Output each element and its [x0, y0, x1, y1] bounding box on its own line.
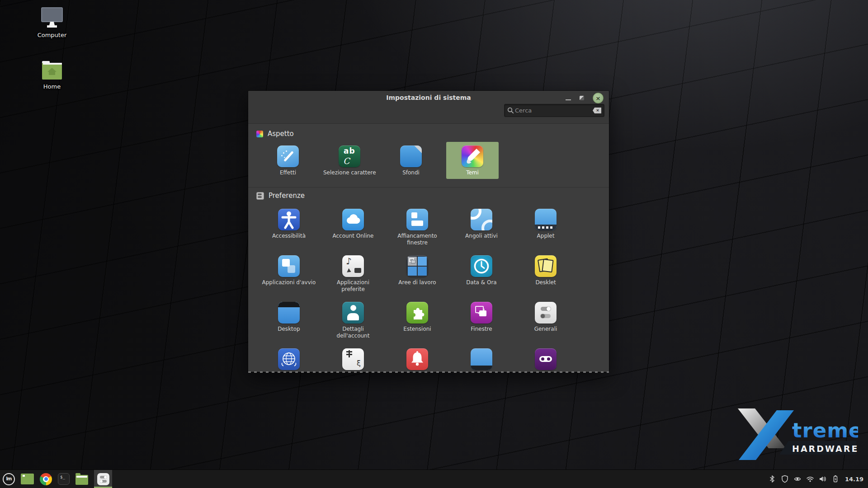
section-header-aspetto: Aspetto: [248, 128, 609, 139]
accessibility-icon: [278, 209, 300, 230]
settings-item-account-online[interactable]: Account Online: [326, 205, 380, 252]
shield-icon[interactable]: [781, 475, 789, 483]
menu-button[interactable]: lm: [3, 473, 15, 485]
un-globe-icon: [278, 348, 300, 370]
titlebar[interactable]: Impostazioni di sistema × ×: [248, 91, 609, 124]
settings-content: Aspetto Effetti ab C Selezione carattere…: [248, 124, 609, 377]
chrome-icon[interactable]: [40, 473, 52, 485]
user-bust-icon: [342, 302, 364, 324]
settings-item-dettagli-account[interactable]: Dettagli dell'account: [326, 298, 380, 345]
puzzle-piece-icon: [406, 302, 428, 324]
wallpaper-icon: [400, 145, 422, 167]
stacked-windows-icon: [471, 302, 492, 324]
startup-applications-icon: [278, 255, 300, 277]
computer-monitor-icon: [29, 6, 75, 30]
settings-item-desklet[interactable]: Desklet: [519, 252, 573, 298]
nvidia-icon[interactable]: [793, 475, 802, 483]
settings-item-affiancamento-finestre[interactable]: Affiancamento finestre: [390, 205, 444, 252]
desktop-icon-home[interactable]: Home: [29, 58, 75, 90]
settings-item-privacy[interactable]: [519, 345, 573, 377]
preferred-applications-icon: ♪: [342, 255, 364, 277]
close-button[interactable]: ×: [593, 93, 604, 103]
aspetto-items-row: Effetti ab C Selezione carattere Sfondi: [248, 142, 609, 179]
window-title: Impostazioni di sistema: [248, 94, 609, 101]
wifi-icon[interactable]: [806, 475, 814, 483]
mint-logo-icon: lm: [6, 477, 12, 481]
settings-item-effetti[interactable]: Effetti: [262, 142, 314, 179]
settings-item-accessibilita[interactable]: Accessibilità: [262, 205, 316, 252]
font-selection-icon: ab C: [339, 145, 360, 167]
section-title: Aspetto: [268, 130, 294, 138]
settings-item-screen[interactable]: [454, 345, 509, 377]
preferenze-items-grid: Accessibilità Account Online Affiancamen…: [248, 205, 609, 377]
maximize-button[interactable]: [580, 96, 584, 100]
settings-item-applicazioni-preferite[interactable]: ♪ Applicazioni preferite: [326, 252, 380, 298]
settings-item-desktop[interactable]: Desktop: [262, 298, 316, 345]
show-desktop-icon[interactable]: [21, 474, 34, 484]
desktop-screen-icon: [278, 302, 300, 324]
settings-item-angoli-attivi[interactable]: Angoli attivi: [454, 205, 509, 252]
xtreme-hardware-logo: treme HARDWARE: [735, 408, 858, 463]
search-icon: [507, 107, 514, 114]
screen-panel-icon: [471, 348, 492, 370]
desktop-icon-label: Computer: [29, 32, 75, 38]
settings-item-estensioni[interactable]: Estensioni: [390, 298, 444, 345]
bluetooth-icon[interactable]: [768, 475, 776, 483]
themes-paintbrush-icon: [462, 145, 483, 167]
settings-item-input-method[interactable]: ξ: [326, 345, 380, 377]
search-box[interactable]: ×: [504, 104, 604, 117]
preferences-section-icon: [256, 192, 264, 200]
terminal-icon[interactable]: $_: [58, 473, 70, 485]
hot-corners-icon: [471, 209, 492, 230]
privacy-mask-icon: [535, 348, 557, 370]
notification-bell-icon: [406, 348, 428, 370]
system-settings-taskbar-button[interactable]: [94, 470, 112, 488]
desktop-icon-computer[interactable]: Computer: [29, 6, 75, 38]
window-tiling-icon: [406, 209, 428, 230]
section-divider: [248, 187, 609, 188]
clock[interactable]: 14.19: [845, 476, 863, 483]
settings-item-finestre[interactable]: Finestre: [454, 298, 509, 345]
appearance-section-icon: [256, 131, 263, 137]
settings-item-languages[interactable]: [262, 345, 316, 377]
settings-toggles-icon: [97, 473, 109, 485]
input-method-icon: ξ: [342, 348, 364, 370]
workspaces-icon: [406, 255, 428, 277]
volume-icon[interactable]: [819, 475, 827, 483]
desktop: Computer Home: [0, 0, 868, 488]
home-folder-icon: [29, 58, 75, 81]
settings-item-applet[interactable]: Applet: [519, 205, 573, 252]
system-settings-window: Impostazioni di sistema × × Aspet: [248, 91, 609, 372]
magic-wand-icon: [277, 145, 299, 167]
file-manager-icon[interactable]: [75, 475, 88, 485]
settings-item-notifications[interactable]: [390, 345, 444, 377]
clear-search-icon[interactable]: ×: [593, 108, 601, 113]
desktop-icon-label: Home: [29, 83, 75, 90]
taskbar: lm $_: [0, 469, 868, 488]
section-title: Preferenze: [269, 192, 305, 200]
sticky-notes-icon: [535, 255, 557, 277]
minimize-button[interactable]: [566, 99, 571, 100]
settings-item-data-ora[interactable]: Data & Ora: [454, 252, 509, 298]
settings-item-aree-di-lavoro[interactable]: Aree di lavoro: [390, 252, 444, 298]
toggle-switches-icon: [535, 302, 557, 324]
cloud-icon: [342, 209, 364, 230]
settings-item-generali[interactable]: Generali: [519, 298, 573, 345]
panel-applets-icon: [535, 209, 557, 230]
battery-charging-icon[interactable]: [831, 475, 840, 483]
search-input[interactable]: [514, 107, 593, 114]
logo-text-treme: treme: [792, 418, 858, 442]
settings-item-applicazioni-avvio[interactable]: Applicazioni d'avvio: [262, 252, 316, 298]
clock-icon: [471, 255, 492, 277]
settings-item-temi[interactable]: Temi: [446, 142, 499, 179]
logo-text-hardware: HARDWARE: [792, 444, 858, 454]
section-header-preferenze: Preferenze: [248, 190, 609, 201]
settings-item-sfondi[interactable]: Sfondi: [385, 142, 437, 179]
settings-item-selezione-carattere[interactable]: ab C Selezione carattere: [323, 142, 376, 179]
